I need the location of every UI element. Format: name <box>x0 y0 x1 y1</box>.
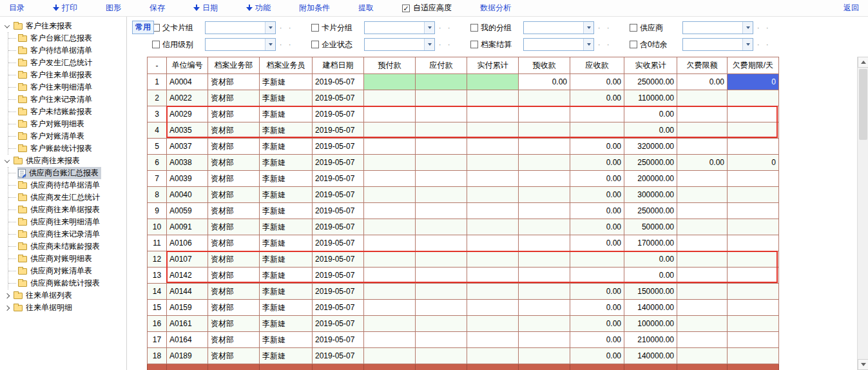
tree-child-item[interactable]: 客户对账清单表 <box>8 130 126 142</box>
table-cell[interactable] <box>728 268 779 284</box>
table-cell[interactable] <box>416 90 467 106</box>
filter-checkbox[interactable] <box>630 24 637 32</box>
tree-node-content[interactable]: 供应商台账汇总报表 <box>17 167 101 179</box>
table-cell[interactable]: 0.00 <box>570 300 624 316</box>
table-cell[interactable] <box>728 219 779 235</box>
table-cell[interactable]: 李新婕 <box>260 155 313 171</box>
table-cell[interactable]: 资材部 <box>208 187 260 203</box>
table-cell[interactable]: A0106 <box>167 235 208 251</box>
table-cell[interactable]: 250000.00 <box>624 203 677 219</box>
table-cell[interactable] <box>416 122 467 139</box>
table-cell[interactable] <box>728 284 779 300</box>
table-cell[interactable]: A0164 <box>167 332 208 348</box>
tree-child-item[interactable]: 供应商账龄统计报表 <box>8 277 126 289</box>
filter-checkbox[interactable] <box>152 41 160 48</box>
row-number-cell[interactable]: 10 <box>148 219 167 235</box>
table-cell[interactable] <box>728 90 779 106</box>
table-cell[interactable]: 李新婕 <box>260 122 313 139</box>
table-cell[interactable] <box>416 284 467 300</box>
toolbar-item[interactable]: 功能 <box>246 3 271 14</box>
tree-child-item[interactable]: 客户未结账龄报表 <box>8 106 126 118</box>
chevron-down-icon[interactable] <box>424 22 434 34</box>
table-cell[interactable] <box>519 235 570 251</box>
table-cell[interactable] <box>519 300 570 316</box>
table-cell[interactable]: 资材部 <box>208 106 260 122</box>
browse-dots-button[interactable]: · · <box>756 41 771 48</box>
table-cell[interactable] <box>364 171 416 187</box>
toolbar-item[interactable]: 日期 <box>193 3 218 14</box>
row-number-cell[interactable]: 17 <box>148 332 167 348</box>
table-cell[interactable] <box>570 251 624 268</box>
table-cell[interactable] <box>364 235 416 251</box>
tree-node-content[interactable]: 供应商往来明细清单 <box>17 216 102 228</box>
chevron-down-icon[interactable] <box>424 39 434 50</box>
table-cell[interactable]: A0107 <box>167 251 208 268</box>
table-cell[interactable]: 0.00 <box>570 332 624 348</box>
tree-node-content[interactable]: 供应商待结单据清单 <box>17 179 102 191</box>
filter-checkbox[interactable] <box>470 41 478 48</box>
chevron-down-icon[interactable] <box>583 22 593 34</box>
table-cell[interactable]: 250000.00 <box>624 74 677 90</box>
table-cell[interactable]: 资材部 <box>208 139 260 155</box>
table-cell[interactable] <box>364 219 416 235</box>
table-cell[interactable] <box>677 139 728 155</box>
table-cell[interactable] <box>467 106 519 122</box>
table-cell[interactable]: 李新婕 <box>260 300 313 316</box>
data-analysis-button[interactable]: 数据分析 <box>480 3 511 14</box>
table-cell[interactable] <box>519 187 570 203</box>
column-header[interactable]: - <box>148 57 167 74</box>
filter-dropdown[interactable] <box>523 21 594 34</box>
table-cell[interactable]: 李新婕 <box>260 139 313 155</box>
table-cell[interactable]: 150000.00 <box>624 284 677 300</box>
column-header[interactable]: 档案业务员 <box>260 57 313 74</box>
tree-node-content[interactable]: 供应商未结账龄报表 <box>17 240 102 253</box>
row-number-cell[interactable]: 18 <box>148 348 167 364</box>
table-cell[interactable]: 140000.00 <box>624 348 677 364</box>
table-cell[interactable]: 200000.00 <box>624 171 677 187</box>
tree-child-item[interactable]: 供应商待结单据清单 <box>8 179 126 191</box>
table-cell[interactable]: 资材部 <box>208 284 260 300</box>
browse-dots-button[interactable]: · · <box>278 24 293 32</box>
table-cell[interactable] <box>467 90 519 106</box>
table-cell[interactable]: A0029 <box>167 106 208 122</box>
chevron-down-icon[interactable] <box>4 158 10 164</box>
row-number-cell[interactable]: 4 <box>148 122 167 139</box>
tree-node-content[interactable]: 供应商往来记录清单 <box>17 228 102 240</box>
table-cell[interactable]: 资材部 <box>208 155 260 171</box>
browse-dots-button[interactable]: · · <box>597 24 612 32</box>
table-cell[interactable]: 2019-05-07 <box>313 219 364 235</box>
table-cell[interactable]: 100000.00 <box>624 316 677 332</box>
row-number-cell[interactable]: 12 <box>148 251 167 268</box>
browse-dots-button[interactable]: · · <box>438 24 452 32</box>
column-header[interactable]: 档案业务部 <box>208 57 260 74</box>
table-cell[interactable]: 资材部 <box>208 348 260 364</box>
table-cell[interactable]: 0.00 <box>677 155 728 171</box>
filter-checkbox-label[interactable]: 含0结余 <box>630 39 680 50</box>
table-cell[interactable]: 0.00 <box>570 155 624 171</box>
column-header[interactable]: 应收款 <box>570 57 624 74</box>
tree-child-item[interactable]: 供应商台账汇总报表 <box>8 167 126 179</box>
table-cell[interactable]: 0.00 <box>570 203 624 219</box>
table-cell[interactable] <box>677 187 728 203</box>
row-number-cell[interactable]: 5 <box>148 139 167 155</box>
table-cell[interactable] <box>677 235 728 251</box>
table-cell[interactable] <box>467 171 519 187</box>
table-cell[interactable] <box>519 251 570 268</box>
tree-node-content[interactable]: 客户往来记录清单 <box>17 93 95 106</box>
tree-node-content[interactable]: 客户往来单据报表 <box>17 69 95 81</box>
column-header[interactable]: 应付款 <box>416 57 467 74</box>
table-cell[interactable]: 2019-05-07 <box>313 74 364 90</box>
table-cell[interactable] <box>416 203 467 219</box>
table-cell[interactable]: 110000.00 <box>624 90 677 106</box>
table-cell[interactable] <box>728 300 779 316</box>
table-cell[interactable] <box>364 106 416 122</box>
table-cell[interactable] <box>519 203 570 219</box>
browse-dots-button[interactable]: · · <box>756 24 771 32</box>
table-cell[interactable] <box>728 203 779 219</box>
table-cell[interactable] <box>416 251 467 268</box>
table-cell[interactable]: 李新婕 <box>260 332 313 348</box>
table-cell[interactable]: 0.00 <box>570 139 624 155</box>
table-cell[interactable] <box>519 122 570 139</box>
chevron-down-icon[interactable] <box>265 39 275 50</box>
table-cell[interactable] <box>467 187 519 203</box>
